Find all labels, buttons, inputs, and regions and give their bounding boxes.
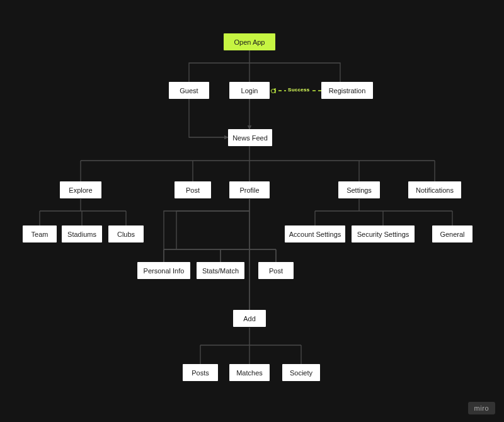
node-label: Registration [329,87,366,94]
node-label: News Feed [232,134,268,142]
node-stats-match[interactable]: Stats/Match [197,262,244,279]
node-label: Posts [192,369,209,377]
node-label: Account Settings [289,231,341,238]
node-personal-info[interactable]: Personal Info [137,262,190,279]
node-label: Settings [346,186,372,194]
connection-handle-icon [271,89,275,93]
node-label: Guest [180,87,198,94]
watermark: miro [468,402,495,414]
diagram-canvas[interactable]: Open App Guest Login Registration Succes… [0,0,504,422]
node-label: Matches [236,369,263,377]
node-label: Post [186,186,200,194]
node-clubs[interactable]: Clubs [108,225,144,242]
connectors-layer [0,0,504,422]
node-label: Notifications [416,186,454,194]
node-open-app[interactable]: Open App [224,33,275,50]
node-post[interactable]: Post [175,181,211,198]
node-label: Post [269,267,283,275]
node-stadiums[interactable]: Stadiums [62,225,102,242]
node-society[interactable]: Society [282,364,320,381]
node-label: Profile [239,186,259,194]
node-label: Login [241,87,258,94]
node-label: General [440,231,464,238]
node-label: Stats/Match [202,267,239,275]
node-registration[interactable]: Registration [321,82,373,99]
node-label: Add [243,315,256,322]
node-add[interactable]: Add [233,310,266,327]
node-label: Society [290,369,312,377]
node-security-settings[interactable]: Security Settings [352,225,415,242]
node-post2[interactable]: Post [258,262,294,279]
node-label: Security Settings [357,231,410,238]
edge-label-success: Success [286,87,312,93]
node-label: Team [32,231,49,238]
node-posts[interactable]: Posts [183,364,218,381]
node-settings[interactable]: Settings [338,181,380,198]
node-profile[interactable]: Profile [229,181,270,198]
node-notifications[interactable]: Notifications [408,181,461,198]
node-label: Stadiums [67,231,96,238]
node-general[interactable]: General [432,225,472,242]
node-account-settings[interactable]: Account Settings [285,225,345,242]
node-label: Clubs [117,231,135,238]
node-login[interactable]: Login [229,82,270,99]
node-label: Explore [69,186,92,194]
node-team[interactable]: Team [23,225,57,242]
node-label: Personal Info [144,267,185,275]
node-guest[interactable]: Guest [169,82,209,99]
node-matches[interactable]: Matches [229,364,270,381]
node-label: Open App [234,38,265,46]
node-news-feed[interactable]: News Feed [228,129,272,146]
node-explore[interactable]: Explore [60,181,101,198]
